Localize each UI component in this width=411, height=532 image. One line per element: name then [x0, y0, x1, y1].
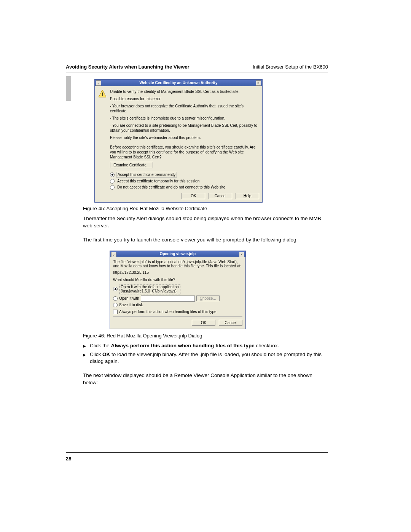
- dialog-text: Before accepting this certificate, you s…: [110, 145, 259, 160]
- radio-label: Accept this certificate permanently: [116, 172, 177, 177]
- opening-file-dialog: ⌄ Opening viewer.jnlp × The file "viewer…: [110, 251, 246, 329]
- close-icon[interactable]: ×: [239, 252, 244, 257]
- dialog-text: - You are connected to a site pretending…: [110, 123, 259, 133]
- radio-label: Save it to disk: [119, 303, 143, 307]
- dialog-text: Possible reasons for this error:: [110, 96, 259, 101]
- footer-rule: [66, 452, 328, 453]
- dialog-text: Please notify the site's webmaster about…: [110, 135, 259, 140]
- warning-icon: !: [98, 89, 107, 98]
- examine-certificate-button[interactable]: Examine Certificate...: [110, 162, 153, 168]
- radio-icon: [110, 173, 115, 177]
- radio-icon: [113, 296, 118, 301]
- header-left: Avoiding Security Alerts when Launching …: [66, 64, 190, 70]
- radio-do-not-accept[interactable]: Do not accept this certificate and do no…: [110, 185, 259, 190]
- radio-icon: [113, 287, 118, 291]
- header-right: Initial Browser Setup of the BX600: [253, 64, 328, 70]
- cancel-button[interactable]: Cancel: [209, 193, 232, 199]
- body-text: The first time you try to launch the con…: [83, 236, 328, 244]
- open-with-input[interactable]: [141, 296, 195, 302]
- list-item: Click OK to load the viewer.jnlp binary.…: [83, 351, 328, 366]
- figure-caption: Figure 45: Accepting Red Hat Mozilla Web…: [83, 206, 328, 211]
- dialog-titlebar: ⌄ Website Certified by an Unknown Author…: [95, 80, 262, 86]
- ok-button[interactable]: OK: [192, 320, 215, 326]
- radio-open-with[interactable]: Open it with Choose...: [113, 296, 242, 302]
- dialog-text: - The site's certificate is incomplete d…: [110, 116, 259, 121]
- side-tab-marker: [66, 76, 71, 101]
- radio-label: Open it with: [119, 296, 139, 300]
- page-header: Avoiding Security Alerts when Launching …: [66, 64, 328, 72]
- body-text: The next window displayed should be a Re…: [83, 372, 328, 387]
- radio-icon: [110, 179, 115, 184]
- radio-label: Open it with the default application (/u…: [119, 284, 180, 294]
- instruction-list: Click the Always perform this action whe…: [83, 342, 328, 366]
- chevron-down-icon[interactable]: ⌄: [96, 80, 101, 86]
- dialog-text: - Your browser does not recognize the Ce…: [110, 104, 259, 113]
- radio-icon: [110, 185, 115, 190]
- checkbox-label: Always perform this action when handling…: [119, 310, 217, 314]
- dialog-text: The file "viewer.jnlp" is of type applic…: [113, 260, 242, 268]
- dialog-text: What should Mozilla do with this file?: [113, 278, 242, 282]
- radio-accept-permanent[interactable]: Accept this certificate permanently: [110, 172, 259, 177]
- dialog-titlebar: ⌄ Opening viewer.jnlp ×: [110, 251, 245, 257]
- close-icon[interactable]: ×: [256, 80, 261, 86]
- radio-label: Do not accept this certificate and do no…: [116, 185, 226, 190]
- dialog-title: Opening viewer.jnlp: [160, 252, 196, 256]
- page-number: 28: [66, 456, 71, 462]
- radio-open-default[interactable]: Open it with the default application (/u…: [113, 284, 242, 294]
- certificate-dialog: ⌄ Website Certified by an Unknown Author…: [94, 79, 263, 203]
- radio-accept-temporary[interactable]: Accept this certificate temporarily for …: [110, 179, 259, 184]
- body-text: Thereafter the Security Alert dialogs sh…: [83, 215, 328, 230]
- ok-button[interactable]: OK: [182, 193, 205, 199]
- radio-label: Accept this certificate temporarily for …: [116, 179, 201, 184]
- checkbox-icon: [113, 310, 118, 314]
- dialog-text: Unable to verify the identity of Managem…: [110, 89, 259, 94]
- help-button[interactable]: Help: [236, 193, 259, 199]
- dialog-title: Website Certified by an Unknown Authorit…: [139, 81, 217, 85]
- chevron-down-icon[interactable]: ⌄: [111, 252, 116, 257]
- always-perform-checkbox[interactable]: Always perform this action when handling…: [113, 310, 242, 314]
- list-item: Click the Always perform this action whe…: [83, 342, 328, 350]
- dialog-url: https://172.30.25.115: [113, 270, 242, 275]
- cancel-button[interactable]: Cancel: [219, 320, 242, 326]
- svg-text:!: !: [102, 91, 103, 97]
- figure-caption: Figure 46: Red Hat Mozilla Opening Viewe…: [83, 333, 328, 339]
- radio-save-to-disk[interactable]: Save it to disk: [113, 303, 242, 307]
- choose-button[interactable]: Choose...: [196, 296, 220, 301]
- radio-icon: [113, 303, 118, 307]
